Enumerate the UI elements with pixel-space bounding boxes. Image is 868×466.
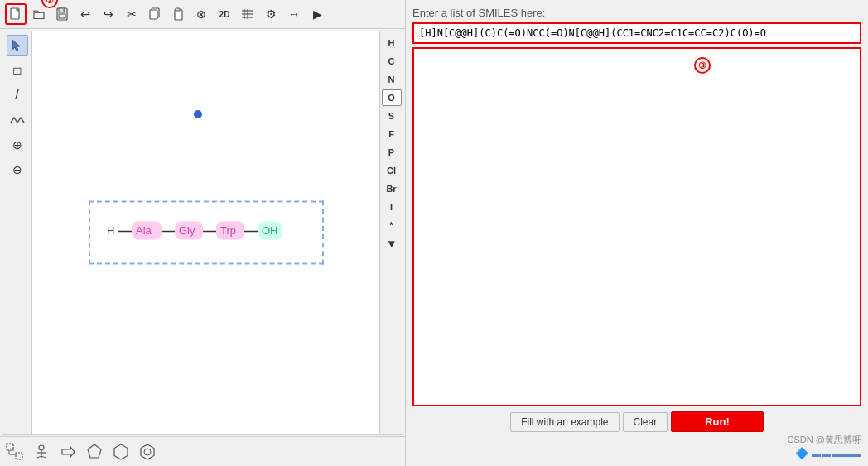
toolbar: ① ↩ (0, 0, 405, 29)
settings-button[interactable]: ⚙ (260, 3, 282, 25)
svg-text:Gly: Gly (179, 224, 195, 237)
undo-button[interactable]: ↩ (75, 3, 96, 25)
svg-marker-38 (141, 444, 154, 459)
element-H[interactable]: H (382, 35, 402, 51)
svg-marker-35 (62, 447, 75, 457)
bond-tool-button[interactable]: / (7, 84, 28, 106)
svg-text:Trp: Trp (220, 224, 236, 237)
redo-button[interactable]: ↪ (98, 3, 119, 25)
svg-rect-28 (7, 444, 13, 450)
run-button[interactable]: Run! (671, 411, 764, 432)
layout-button[interactable] (237, 3, 258, 25)
canvas-area: ◻ / ⊕ ⊖ (2, 31, 403, 435)
svg-rect-8 (176, 8, 180, 11)
2d-label: 2D (219, 10, 230, 19)
element-C[interactable]: C (382, 53, 402, 70)
clear-button[interactable]: Clear (623, 412, 668, 432)
copy-button[interactable] (144, 3, 166, 25)
molecule-selection-box: H Ala Gly (89, 201, 324, 265)
svg-point-39 (144, 449, 151, 455)
cut-button[interactable]: ✂ (121, 3, 142, 25)
molecule-svg: H Ala Gly (107, 211, 306, 252)
arrows-button[interactable]: ↔ (283, 3, 305, 25)
svg-rect-3 (59, 14, 65, 18)
smiles-input[interactable] (414, 24, 860, 42)
svg-rect-29 (16, 453, 22, 459)
bottom-buttons: Fill with an example Clear Run! (412, 406, 861, 432)
bottom-toolbar (0, 436, 405, 466)
element-N[interactable]: N (382, 71, 402, 88)
element-F[interactable]: F (382, 126, 402, 142)
element-S[interactable]: S (382, 108, 402, 124)
svg-text:H: H (107, 224, 114, 237)
arrow-shape-button[interactable] (56, 440, 80, 464)
hexagon-button[interactable] (109, 440, 133, 464)
selection-handle (194, 110, 202, 118)
element-Br[interactable]: Br (382, 180, 402, 197)
more-button[interactable]: ▶ (306, 3, 328, 25)
erase-tool-button[interactable]: ◻ (7, 60, 28, 81)
drawing-canvas[interactable]: H Ala Gly (32, 31, 379, 434)
zoom-in-button[interactable]: ⊕ (7, 134, 28, 156)
annotation-circle-3: ③ (694, 57, 711, 74)
chain-tool-button[interactable] (7, 109, 28, 131)
delete-button[interactable]: ⊗ (190, 3, 212, 25)
element-Cl[interactable]: Cl (382, 162, 402, 179)
svg-marker-36 (88, 444, 101, 458)
svg-rect-7 (175, 10, 182, 20)
footer-csdn: CSDN @黄思博呀 (412, 432, 861, 446)
element-star[interactable]: * (382, 217, 402, 233)
molecule-display: H Ala Gly (89, 201, 324, 265)
element-O[interactable]: O (382, 89, 402, 106)
left-panel: ① ↩ (0, 0, 406, 466)
element-P[interactable]: P (382, 144, 402, 161)
element-I[interactable]: I (382, 199, 402, 215)
paste-button[interactable] (167, 3, 189, 25)
benzene-button[interactable] (136, 440, 159, 464)
svg-rect-6 (150, 10, 157, 19)
smiles-output-area[interactable]: ② ③ (412, 47, 861, 406)
svg-point-32 (39, 445, 44, 450)
smiles-label: Enter a list of SMILES here: (412, 7, 861, 19)
fragment-tool-button[interactable] (3, 440, 27, 464)
smiles-input-wrapper (412, 22, 861, 44)
left-toolbar: ◻ / ⊕ ⊖ (2, 31, 32, 434)
fill-example-button[interactable]: Fill with an example (510, 412, 619, 432)
scroll-down[interactable]: ▾ (382, 235, 402, 252)
right-panel: Enter a list of SMILES here: ② ③ (406, 0, 868, 466)
right-elements-toolbar: H C N O S F P Cl Br I * ▾ (379, 31, 403, 434)
svg-marker-14 (12, 40, 20, 51)
watermark: 🔷 ▬▬▬▬▬ (412, 446, 861, 459)
new-file-button[interactable] (5, 3, 27, 25)
svg-marker-37 (114, 444, 128, 459)
main-container: ① ↩ (0, 0, 868, 466)
watermark-text: ▬▬▬▬▬ (812, 449, 861, 459)
zoom-out-button[interactable]: ⊖ (7, 159, 28, 180)
svg-text:Ala: Ala (136, 224, 152, 237)
pentagon-button[interactable] (83, 440, 106, 464)
anchor-tool-button[interactable] (30, 440, 53, 464)
select-tool-button[interactable] (7, 35, 28, 56)
2d-toggle-button[interactable]: 2D (214, 3, 235, 25)
svg-text:OH: OH (262, 224, 278, 237)
